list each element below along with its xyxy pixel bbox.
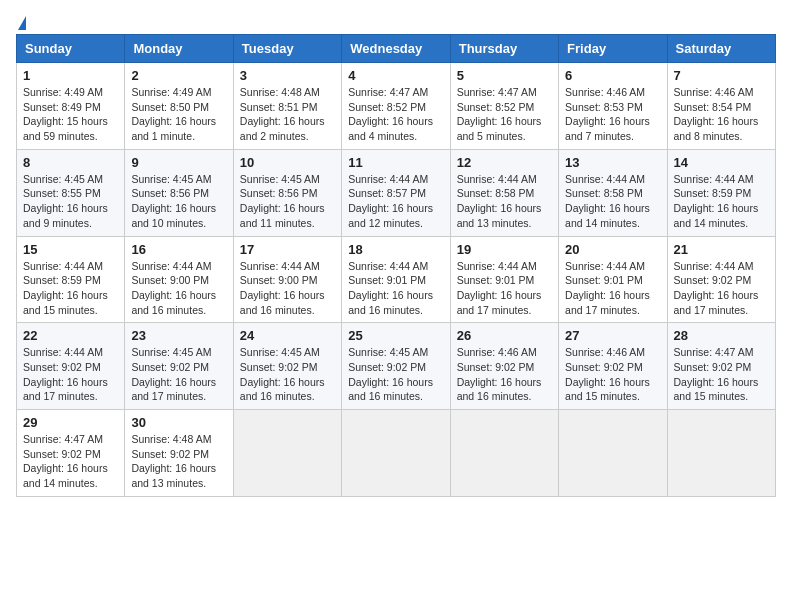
table-row: 20 Sunrise: 4:44 AMSunset: 9:01 PMDaylig… — [559, 236, 667, 323]
day-info: Sunrise: 4:44 AMSunset: 8:59 PMDaylight:… — [674, 172, 769, 231]
day-number: 8 — [23, 155, 118, 170]
day-info: Sunrise: 4:49 AMSunset: 8:49 PMDaylight:… — [23, 85, 118, 144]
day-info: Sunrise: 4:44 AMSunset: 8:58 PMDaylight:… — [565, 172, 660, 231]
table-row: 27 Sunrise: 4:46 AMSunset: 9:02 PMDaylig… — [559, 323, 667, 410]
table-row: 12 Sunrise: 4:44 AMSunset: 8:58 PMDaylig… — [450, 149, 558, 236]
table-row: 9 Sunrise: 4:45 AMSunset: 8:56 PMDayligh… — [125, 149, 233, 236]
day-info: Sunrise: 4:47 AMSunset: 8:52 PMDaylight:… — [457, 85, 552, 144]
day-number: 23 — [131, 328, 226, 343]
day-number: 20 — [565, 242, 660, 257]
table-row: 22 Sunrise: 4:44 AMSunset: 9:02 PMDaylig… — [17, 323, 125, 410]
day-number: 9 — [131, 155, 226, 170]
calendar-week-row: 1 Sunrise: 4:49 AMSunset: 8:49 PMDayligh… — [17, 63, 776, 150]
day-info: Sunrise: 4:44 AMSunset: 9:02 PMDaylight:… — [23, 345, 118, 404]
table-row — [667, 410, 775, 497]
calendar-table: SundayMondayTuesdayWednesdayThursdayFrid… — [16, 34, 776, 497]
day-number: 5 — [457, 68, 552, 83]
table-row: 18 Sunrise: 4:44 AMSunset: 9:01 PMDaylig… — [342, 236, 450, 323]
day-info: Sunrise: 4:45 AMSunset: 9:02 PMDaylight:… — [240, 345, 335, 404]
calendar-week-row: 8 Sunrise: 4:45 AMSunset: 8:55 PMDayligh… — [17, 149, 776, 236]
day-number: 25 — [348, 328, 443, 343]
table-row — [342, 410, 450, 497]
logo-triangle-icon — [18, 16, 26, 30]
day-info: Sunrise: 4:47 AMSunset: 9:02 PMDaylight:… — [674, 345, 769, 404]
day-info: Sunrise: 4:48 AMSunset: 8:51 PMDaylight:… — [240, 85, 335, 144]
day-info: Sunrise: 4:46 AMSunset: 8:54 PMDaylight:… — [674, 85, 769, 144]
calendar-week-row: 15 Sunrise: 4:44 AMSunset: 8:59 PMDaylig… — [17, 236, 776, 323]
day-number: 10 — [240, 155, 335, 170]
day-info: Sunrise: 4:45 AMSunset: 9:02 PMDaylight:… — [131, 345, 226, 404]
day-number: 30 — [131, 415, 226, 430]
day-info: Sunrise: 4:47 AMSunset: 8:52 PMDaylight:… — [348, 85, 443, 144]
table-row: 21 Sunrise: 4:44 AMSunset: 9:02 PMDaylig… — [667, 236, 775, 323]
calendar-body: 1 Sunrise: 4:49 AMSunset: 8:49 PMDayligh… — [17, 63, 776, 497]
table-row: 23 Sunrise: 4:45 AMSunset: 9:02 PMDaylig… — [125, 323, 233, 410]
calendar-week-row: 22 Sunrise: 4:44 AMSunset: 9:02 PMDaylig… — [17, 323, 776, 410]
table-row: 15 Sunrise: 4:44 AMSunset: 8:59 PMDaylig… — [17, 236, 125, 323]
calendar-day-header: Friday — [559, 35, 667, 63]
page-header — [16, 16, 776, 28]
day-info: Sunrise: 4:44 AMSunset: 8:57 PMDaylight:… — [348, 172, 443, 231]
day-info: Sunrise: 4:44 AMSunset: 9:00 PMDaylight:… — [240, 259, 335, 318]
day-info: Sunrise: 4:48 AMSunset: 9:02 PMDaylight:… — [131, 432, 226, 491]
day-info: Sunrise: 4:44 AMSunset: 8:58 PMDaylight:… — [457, 172, 552, 231]
table-row: 30 Sunrise: 4:48 AMSunset: 9:02 PMDaylig… — [125, 410, 233, 497]
day-number: 15 — [23, 242, 118, 257]
day-number: 12 — [457, 155, 552, 170]
table-row: 6 Sunrise: 4:46 AMSunset: 8:53 PMDayligh… — [559, 63, 667, 150]
day-number: 19 — [457, 242, 552, 257]
day-number: 26 — [457, 328, 552, 343]
day-number: 13 — [565, 155, 660, 170]
day-number: 3 — [240, 68, 335, 83]
table-row: 11 Sunrise: 4:44 AMSunset: 8:57 PMDaylig… — [342, 149, 450, 236]
day-info: Sunrise: 4:45 AMSunset: 8:56 PMDaylight:… — [131, 172, 226, 231]
table-row — [233, 410, 341, 497]
day-info: Sunrise: 4:44 AMSunset: 9:00 PMDaylight:… — [131, 259, 226, 318]
day-info: Sunrise: 4:45 AMSunset: 8:56 PMDaylight:… — [240, 172, 335, 231]
day-number: 17 — [240, 242, 335, 257]
calendar-day-header: Sunday — [17, 35, 125, 63]
day-number: 27 — [565, 328, 660, 343]
table-row: 29 Sunrise: 4:47 AMSunset: 9:02 PMDaylig… — [17, 410, 125, 497]
calendar-week-row: 29 Sunrise: 4:47 AMSunset: 9:02 PMDaylig… — [17, 410, 776, 497]
day-info: Sunrise: 4:46 AMSunset: 9:02 PMDaylight:… — [457, 345, 552, 404]
day-number: 24 — [240, 328, 335, 343]
day-number: 29 — [23, 415, 118, 430]
table-row: 2 Sunrise: 4:49 AMSunset: 8:50 PMDayligh… — [125, 63, 233, 150]
day-number: 28 — [674, 328, 769, 343]
table-row: 8 Sunrise: 4:45 AMSunset: 8:55 PMDayligh… — [17, 149, 125, 236]
day-info: Sunrise: 4:46 AMSunset: 9:02 PMDaylight:… — [565, 345, 660, 404]
table-row — [450, 410, 558, 497]
logo — [16, 16, 26, 28]
day-number: 4 — [348, 68, 443, 83]
table-row — [559, 410, 667, 497]
day-info: Sunrise: 4:45 AMSunset: 8:55 PMDaylight:… — [23, 172, 118, 231]
day-number: 21 — [674, 242, 769, 257]
table-row: 5 Sunrise: 4:47 AMSunset: 8:52 PMDayligh… — [450, 63, 558, 150]
day-number: 1 — [23, 68, 118, 83]
table-row: 7 Sunrise: 4:46 AMSunset: 8:54 PMDayligh… — [667, 63, 775, 150]
table-row: 13 Sunrise: 4:44 AMSunset: 8:58 PMDaylig… — [559, 149, 667, 236]
table-row: 24 Sunrise: 4:45 AMSunset: 9:02 PMDaylig… — [233, 323, 341, 410]
day-info: Sunrise: 4:44 AMSunset: 9:01 PMDaylight:… — [565, 259, 660, 318]
day-info: Sunrise: 4:44 AMSunset: 8:59 PMDaylight:… — [23, 259, 118, 318]
table-row: 1 Sunrise: 4:49 AMSunset: 8:49 PMDayligh… — [17, 63, 125, 150]
day-info: Sunrise: 4:44 AMSunset: 9:02 PMDaylight:… — [674, 259, 769, 318]
day-info: Sunrise: 4:47 AMSunset: 9:02 PMDaylight:… — [23, 432, 118, 491]
calendar-header: SundayMondayTuesdayWednesdayThursdayFrid… — [17, 35, 776, 63]
table-row: 26 Sunrise: 4:46 AMSunset: 9:02 PMDaylig… — [450, 323, 558, 410]
day-info: Sunrise: 4:44 AMSunset: 9:01 PMDaylight:… — [457, 259, 552, 318]
table-row: 19 Sunrise: 4:44 AMSunset: 9:01 PMDaylig… — [450, 236, 558, 323]
table-row: 17 Sunrise: 4:44 AMSunset: 9:00 PMDaylig… — [233, 236, 341, 323]
day-number: 7 — [674, 68, 769, 83]
day-number: 22 — [23, 328, 118, 343]
calendar-day-header: Thursday — [450, 35, 558, 63]
day-info: Sunrise: 4:45 AMSunset: 9:02 PMDaylight:… — [348, 345, 443, 404]
calendar-day-header: Tuesday — [233, 35, 341, 63]
day-info: Sunrise: 4:44 AMSunset: 9:01 PMDaylight:… — [348, 259, 443, 318]
calendar-day-header: Saturday — [667, 35, 775, 63]
day-number: 2 — [131, 68, 226, 83]
table-row: 10 Sunrise: 4:45 AMSunset: 8:56 PMDaylig… — [233, 149, 341, 236]
table-row: 3 Sunrise: 4:48 AMSunset: 8:51 PMDayligh… — [233, 63, 341, 150]
day-info: Sunrise: 4:46 AMSunset: 8:53 PMDaylight:… — [565, 85, 660, 144]
